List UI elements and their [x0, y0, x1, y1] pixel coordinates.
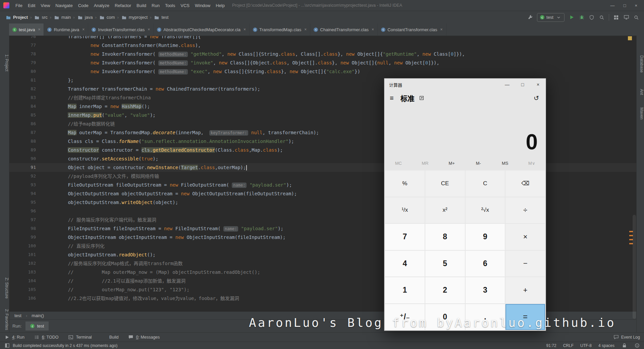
calc-key-C[interactable]: C: [466, 170, 505, 197]
editor-tab-ConstantTransformer.clas[interactable]: cConstantTransformer.clas×: [378, 23, 446, 36]
event-log-button[interactable]: Event Log: [613, 334, 640, 340]
menu-navigate[interactable]: Navigate: [53, 2, 75, 9]
tab-close-icon[interactable]: ×: [372, 27, 374, 32]
calc-key-4[interactable]: 4: [385, 251, 425, 277]
wrench-icon[interactable]: [527, 14, 533, 20]
calc-close-button[interactable]: ×: [530, 79, 546, 91]
calc-key-7[interactable]: 7: [385, 224, 425, 250]
toolwindow-button-build[interactable]: Build: [101, 334, 119, 340]
code-line-78[interactable]: 78 new InvokerTransformer( methodName: "…: [9, 50, 637, 58]
tab-close-icon[interactable]: ×: [244, 27, 246, 32]
dock-1-project[interactable]: 1: Project: [0, 54, 9, 71]
breadcrumb-item-main[interactable]: main: [53, 14, 71, 21]
calc-key-÷[interactable]: ÷: [505, 197, 545, 223]
calc-key-9[interactable]: 9: [466, 224, 505, 250]
menu-run[interactable]: Run: [149, 2, 162, 9]
calc-minimize-button[interactable]: —: [499, 79, 515, 91]
editor-tab-test.java[interactable]: ctest.java×: [9, 23, 44, 36]
menu-view[interactable]: View: [38, 2, 53, 9]
hamburger-icon[interactable]: ≡: [387, 94, 396, 102]
search-everywhere-button[interactable]: [633, 14, 639, 20]
editor-tab-TransformedMap.clas[interactable]: cTransformedMap.clas×: [250, 23, 310, 36]
layout-grid-icon[interactable]: [613, 14, 619, 20]
breadcrumb-item-test[interactable]: test: [153, 14, 169, 21]
calc-key-%[interactable]: %: [385, 170, 425, 197]
menu-help[interactable]: Help: [213, 2, 227, 9]
close-button[interactable]: ×: [635, 3, 637, 8]
tab-close-icon[interactable]: ×: [148, 27, 150, 32]
dock-2-favorites[interactable]: 2: Favorites: [0, 309, 9, 330]
memory-button-MC[interactable]: MC: [385, 156, 412, 170]
calc-maximize-button[interactable]: □: [515, 79, 530, 91]
code-line-80[interactable]: 80 new InvokerTransformer( methodName: "…: [9, 67, 637, 76]
calc-key-¹/x[interactable]: ¹/x: [385, 197, 425, 223]
calculator-title-bar[interactable]: 计算器 —□×: [384, 79, 546, 91]
menu-build[interactable]: Build: [134, 2, 149, 9]
dock-z-structure[interactable]: Z: Structure: [0, 278, 9, 299]
hector-icon[interactable]: [634, 343, 640, 349]
run-config-select[interactable]: c test: [537, 13, 565, 22]
keep-on-top-icon[interactable]: [419, 95, 425, 101]
history-icon[interactable]: ↺: [534, 94, 543, 102]
calc-key-1[interactable]: 1: [385, 277, 425, 303]
menu-tools[interactable]: Tools: [162, 2, 178, 9]
calc-key-×[interactable]: ×: [505, 224, 545, 250]
menu-file[interactable]: File: [13, 2, 25, 9]
calc-key-+[interactable]: +: [505, 277, 545, 303]
indent-style[interactable]: 4 spaces: [598, 343, 614, 348]
menu-code[interactable]: Code: [75, 2, 91, 9]
calc-key-CE[interactable]: CE: [425, 170, 465, 197]
editor-scrollbar[interactable]: [633, 215, 636, 319]
editor-tab-AbstractInputCheckedMapDecorator.cla[interactable]: cAbstractInputCheckedMapDecorator.cla×: [154, 23, 250, 36]
breadcrumb-item-src[interactable]: src: [33, 14, 48, 21]
editor-tab-ChainedTransformer.clas[interactable]: cChainedTransformer.clas×: [310, 23, 378, 36]
toolwindow-button-todo[interactable]: 6: TODO: [34, 334, 59, 340]
calc-key-6[interactable]: 6: [466, 251, 505, 277]
menu-analyze[interactable]: Analyze: [91, 2, 112, 9]
calc-key-x²[interactable]: x²: [425, 197, 465, 223]
breadcrumb-item-Project[interactable]: Project: [5, 14, 29, 21]
memory-button-M+[interactable]: M+: [438, 156, 465, 170]
calc-key-3[interactable]: 3: [466, 277, 505, 303]
breadcrumb-item-myproject[interactable]: myproject: [120, 14, 148, 21]
lock-icon[interactable]: [621, 343, 627, 349]
tab-close-icon[interactable]: ×: [304, 27, 307, 32]
calc-key-−[interactable]: −: [505, 251, 545, 277]
menu-refactor[interactable]: Refactor: [112, 2, 134, 9]
tab-close-icon[interactable]: ×: [440, 27, 442, 32]
editor-tab-Runtime.java[interactable]: cRuntime.java×: [44, 23, 88, 36]
coverage-button[interactable]: [589, 14, 595, 20]
menu-vcs[interactable]: VCS: [178, 2, 192, 9]
tab-close-icon[interactable]: ×: [38, 27, 40, 32]
menu-window[interactable]: Window: [192, 2, 213, 9]
tab-close-icon[interactable]: ×: [82, 27, 85, 32]
memory-button-MR[interactable]: MR: [412, 156, 439, 170]
dock-maven[interactable]: Maven: [637, 107, 644, 119]
run-button[interactable]: [569, 14, 575, 20]
status-message[interactable]: Build completed successfully in 2 s 437 …: [13, 343, 117, 348]
maximize-button[interactable]: □: [624, 3, 626, 8]
toolwindow-button-run[interactable]: 4: Run: [4, 334, 24, 340]
minimize-button[interactable]: —: [610, 3, 615, 8]
caret-position[interactable]: 91:72: [546, 343, 556, 348]
calc-key-²√x[interactable]: ²√x: [466, 197, 505, 223]
line-separator[interactable]: CRLF: [563, 343, 574, 348]
find-button[interactable]: [599, 14, 605, 20]
calc-key-2[interactable]: 2: [425, 277, 465, 303]
breadcrumb-class[interactable]: test: [14, 313, 21, 318]
calc-key-⌫[interactable]: ⌫: [505, 170, 545, 197]
code-line-77[interactable]: 77 new ConstantTransformer(Runtime.class…: [9, 41, 637, 50]
code-line-76[interactable]: 76 Transformer[] transformers = new Tran…: [9, 36, 637, 41]
toolwindow-button-messages[interactable]: 0: Messages: [128, 334, 160, 340]
toolwindow-button-terminal[interactable]: Terminal: [68, 334, 92, 340]
calc-key-5[interactable]: 5: [425, 251, 465, 277]
code-line-79[interactable]: 79 new InvokerTransformer( methodName: "…: [9, 58, 637, 67]
run-panel-tab[interactable]: c test: [25, 321, 49, 331]
editor-tab-InvokerTransformer.clas[interactable]: cInvokerTransformer.clas×: [88, 23, 154, 36]
file-encoding[interactable]: UTF-8: [580, 343, 592, 348]
calc-key-8[interactable]: 8: [425, 224, 465, 250]
toolwindow-toggle-icon[interactable]: [4, 343, 10, 349]
dock-ant[interactable]: Ant: [637, 89, 644, 95]
menu-edit[interactable]: Edit: [25, 2, 38, 9]
debug-button[interactable]: [579, 14, 585, 20]
